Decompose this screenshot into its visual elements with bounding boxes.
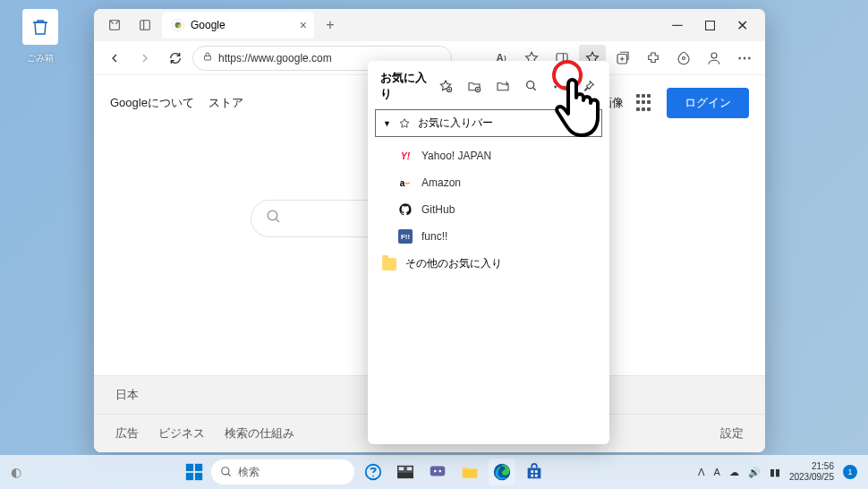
chat-icon[interactable] <box>424 459 451 485</box>
store-icon[interactable] <box>521 459 548 485</box>
footer-settings[interactable]: 設定 <box>720 425 744 442</box>
forward-button[interactable] <box>132 45 158 72</box>
svg-rect-21 <box>195 464 202 471</box>
taskbar-search-placeholder: 検索 <box>238 465 260 480</box>
store-link[interactable]: ストア <box>208 95 243 111</box>
collapse-triangle-icon: ▼ <box>383 119 391 128</box>
favorite-label: Amazon <box>421 176 461 189</box>
favorite-item[interactable]: Y! Yahoo! JAPAN <box>368 142 609 169</box>
tab-title: Google <box>191 19 226 31</box>
about-link[interactable]: Googleについて <box>110 95 194 111</box>
refresh-button[interactable] <box>162 45 189 72</box>
favorite-label: func!! <box>421 230 447 243</box>
taskbar: ◐ 検索 ᐱ A ☁ 🔊 ▮▮ 21:56 2023/09/25 1 <box>0 455 868 489</box>
sync-icon[interactable] <box>491 74 515 98</box>
new-tab-button[interactable]: + <box>318 17 343 33</box>
battery-icon[interactable]: ▮▮ <box>770 467 780 478</box>
favorites-list: Y! Yahoo! JAPAN a⌣ Amazon GitHub F!! fun… <box>368 137 609 283</box>
other-favorites-folder[interactable]: その他のお気に入り <box>368 250 609 278</box>
ime-indicator[interactable]: A <box>714 467 720 477</box>
svg-point-10 <box>711 53 717 58</box>
clock-date: 2023/09/25 <box>789 472 834 483</box>
back-button[interactable] <box>101 45 128 72</box>
svg-rect-29 <box>406 467 413 472</box>
amazon-icon: a⌣ <box>398 176 413 190</box>
svg-rect-30 <box>398 473 413 478</box>
clock-time: 21:56 <box>789 461 834 472</box>
svg-point-32 <box>434 470 437 473</box>
favorites-bar-label: お気に入りバー <box>418 116 493 131</box>
favorites-title: お気に入り <box>380 70 429 102</box>
tray-chevron-icon[interactable]: ᐱ <box>698 467 705 478</box>
svg-point-27 <box>372 476 374 477</box>
task-view-icon[interactable] <box>392 459 419 485</box>
favorite-label: Yahoo! JAPAN <box>421 150 491 162</box>
add-folder-icon[interactable] <box>463 74 486 98</box>
weather-widget[interactable]: ◐ <box>11 465 32 479</box>
vertical-tabs-icon[interactable] <box>132 13 158 38</box>
menu-button[interactable]: ⋯ <box>731 49 758 66</box>
minimize-button[interactable]: ─ <box>661 13 694 38</box>
svg-rect-39 <box>531 475 533 477</box>
svg-point-12 <box>268 210 277 220</box>
start-button[interactable] <box>183 460 206 484</box>
apps-icon[interactable] <box>636 94 654 112</box>
svg-rect-1 <box>140 21 150 30</box>
search-icon <box>220 466 233 478</box>
browser-tab[interactable]: Google × <box>162 12 314 39</box>
collections-icon[interactable] <box>609 45 636 72</box>
taskbar-clock[interactable]: 21:56 2023/09/25 <box>789 461 834 483</box>
url-text: https://www.google.com <box>218 52 332 64</box>
favorite-item[interactable]: F!! func!! <box>368 223 609 250</box>
trash-label: ごみ箱 <box>27 53 54 63</box>
svg-rect-4 <box>705 21 714 30</box>
desktop-trash[interactable]: ごみ箱 <box>22 9 58 64</box>
svg-line-13 <box>276 219 279 222</box>
svg-rect-38 <box>535 470 538 473</box>
svg-rect-28 <box>398 467 404 472</box>
svg-rect-40 <box>535 475 538 477</box>
lock-icon <box>202 51 213 64</box>
footer-business[interactable]: ビジネス <box>158 425 205 442</box>
explorer-icon[interactable] <box>456 459 483 485</box>
footer-country: 日本 <box>115 387 139 403</box>
github-icon <box>398 202 413 217</box>
favorite-label: GitHub <box>421 203 455 216</box>
svg-point-18 <box>527 82 534 89</box>
login-button[interactable]: ログイン <box>667 88 749 118</box>
trash-icon <box>22 9 58 45</box>
taskbar-search[interactable]: 検索 <box>211 459 354 485</box>
favorite-item[interactable]: a⌣ Amazon <box>368 169 609 196</box>
close-window-button[interactable]: ✕ <box>726 13 758 38</box>
profile-icon[interactable] <box>701 45 728 72</box>
annotation-hand-cursor-icon <box>548 77 601 140</box>
extensions-icon[interactable] <box>640 45 667 72</box>
tab-actions-icon[interactable] <box>101 13 128 38</box>
search-favorites-icon[interactable] <box>520 74 543 98</box>
footer-how[interactable]: 検索の仕組み <box>225 425 294 442</box>
svg-rect-5 <box>205 56 211 61</box>
maximize-button[interactable] <box>694 13 726 38</box>
star-outline-icon <box>398 117 411 130</box>
svg-rect-34 <box>463 469 478 477</box>
google-favicon-icon <box>171 18 185 32</box>
search-icon <box>266 209 282 228</box>
edge-icon[interactable] <box>489 459 515 485</box>
svg-line-25 <box>228 474 231 476</box>
notification-badge-icon[interactable]: 1 <box>843 465 857 479</box>
favorite-item[interactable]: GitHub <box>368 196 609 223</box>
performance-icon[interactable] <box>670 45 697 72</box>
copilot-icon[interactable] <box>360 459 387 485</box>
tab-close-icon[interactable]: × <box>300 18 307 32</box>
svg-rect-22 <box>186 473 193 480</box>
svg-rect-36 <box>527 468 540 478</box>
func-icon: F!! <box>398 229 413 244</box>
svg-rect-23 <box>195 473 202 480</box>
volume-icon[interactable]: 🔊 <box>748 467 761 478</box>
footer-ads[interactable]: 広告 <box>115 425 139 442</box>
cloud-icon[interactable]: ☁ <box>729 467 739 478</box>
svg-rect-37 <box>531 470 533 473</box>
tab-bar: Google × + ─ ✕ <box>94 9 765 41</box>
folder-icon <box>382 258 396 270</box>
add-favorite-icon[interactable] <box>434 74 457 98</box>
